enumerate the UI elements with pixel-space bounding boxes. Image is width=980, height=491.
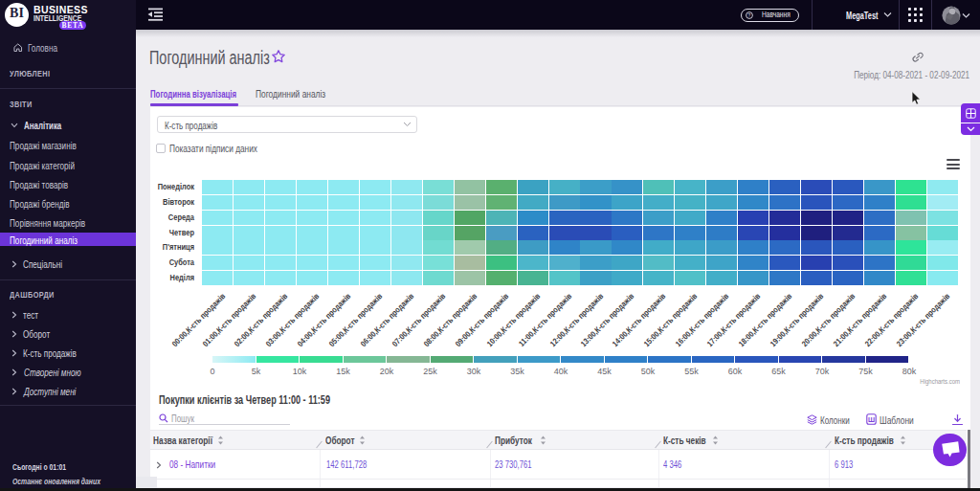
svg-text:Ш: Ш	[868, 416, 875, 423]
svg-text:?: ?	[748, 12, 751, 18]
